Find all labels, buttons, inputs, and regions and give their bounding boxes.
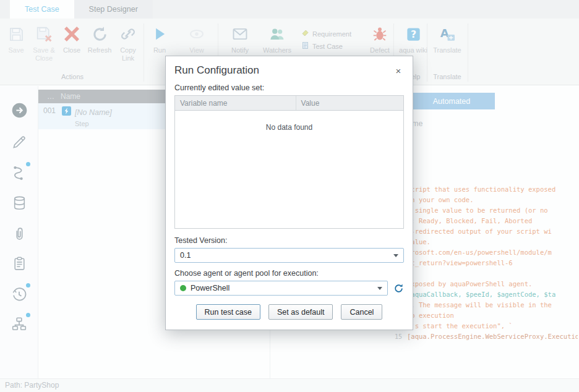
value-set-table-header: Variable name Value <box>175 96 403 111</box>
dialog-title: Run Configuration <box>174 64 259 77</box>
app-window: Test Case Step Designer Save Save & Clos… <box>0 0 579 392</box>
column-variable-name: Variable name <box>175 96 296 110</box>
agent-label: Choose agent or agent pool for execution… <box>174 269 404 278</box>
tested-version-value: 0.1 <box>180 251 191 260</box>
value-set-table-body: No data found <box>175 111 403 228</box>
tested-version-label: Tested Version: <box>174 236 404 245</box>
cancel-button[interactable]: Cancel <box>341 304 382 320</box>
agent-dropdown[interactable]: PowerShell <box>174 281 388 296</box>
run-configuration-dialog: Run Configuration × Currently edited val… <box>165 56 413 330</box>
value-set-label: Currently edited value set: <box>174 83 404 92</box>
dialog-close-button[interactable]: × <box>393 66 404 76</box>
empty-state-text: No data found <box>175 111 403 132</box>
refresh-icon <box>393 283 404 294</box>
chevron-down-icon <box>377 287 382 290</box>
run-test-case-button[interactable]: Run test case <box>196 304 260 320</box>
chevron-down-icon <box>393 254 398 257</box>
agent-online-dot <box>180 285 186 291</box>
set-as-default-button[interactable]: Set as default <box>268 304 333 320</box>
column-value: Value <box>296 99 403 108</box>
refresh-agents-button[interactable] <box>393 283 404 294</box>
value-set-table: Variable name Value No data found <box>174 95 404 229</box>
agent-value: PowerShell <box>191 284 229 292</box>
tested-version-dropdown[interactable]: 0.1 <box>174 248 404 263</box>
